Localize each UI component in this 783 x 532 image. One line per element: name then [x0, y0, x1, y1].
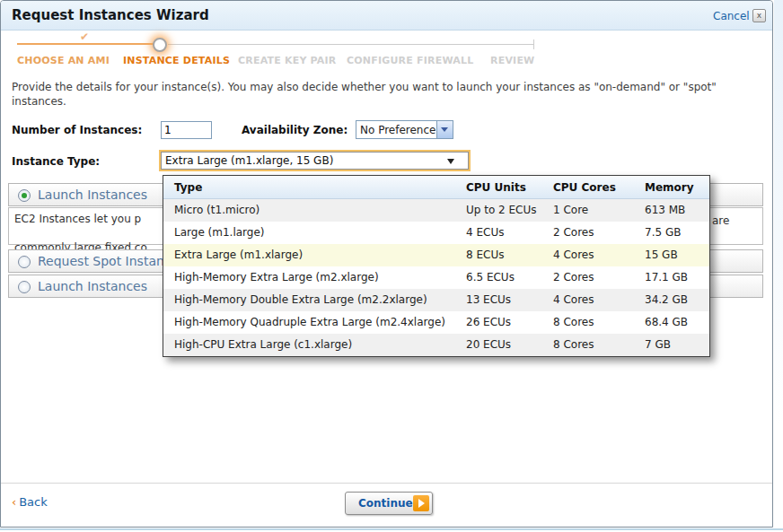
cell-cores: 4 Cores [553, 249, 594, 261]
cell-mem: 7 GB [645, 338, 671, 351]
cell-mem: 7.5 GB [645, 226, 681, 239]
cell-mem: 613 MB [645, 204, 685, 216]
footer-divider [1, 483, 773, 484]
section-launch-instances-label: Launch Instances [38, 188, 147, 202]
step-create-key-pair: CREATE KEY PAIR [238, 55, 337, 66]
cell-cores: 4 Cores [553, 293, 594, 306]
cell-cores: 2 Cores [553, 271, 594, 283]
cell-type: Extra Large (m1.xlarge) [174, 249, 303, 261]
radio-selected-icon[interactable] [18, 189, 31, 202]
instance-row[interactable]: Large (m1.large)4 ECUs2 Cores7.5 GB [163, 222, 709, 244]
instance-row[interactable]: High-Memory Double Extra Large (m2.2xlar… [163, 289, 709, 311]
instance-type-dropdown-panel: Type CPU Units CPU Cores Memory Micro (t… [163, 175, 710, 357]
close-icon[interactable]: x [752, 9, 766, 22]
cell-cores: 8 Cores [553, 316, 594, 328]
availability-zone-label: Availability Zone: [242, 124, 348, 136]
back-chevron-icon: ‹ [12, 495, 16, 509]
column-cpu-units: CPU Units [466, 181, 526, 194]
cell-mem: 15 GB [645, 249, 678, 261]
back-link[interactable]: ‹Back [12, 495, 48, 509]
instance-type-value: Extra Large (m1.xlarge, 15 GB) [165, 154, 333, 167]
cell-units: 20 ECUs [466, 338, 511, 351]
continue-button[interactable]: Continue [345, 492, 433, 515]
cell-type: Large (m1.large) [174, 226, 265, 239]
window-right-edge [774, 0, 783, 532]
cell-mem: 34.2 GB [645, 293, 688, 306]
cell-type: High-Memory Double Extra Large (m2.2xlar… [174, 293, 427, 306]
step-review: REVIEW [490, 55, 534, 66]
cell-type: High-Memory Extra Large (m2.xlarge) [174, 271, 379, 283]
column-cpu-cores: CPU Cores [553, 181, 616, 194]
description-line1: EC2 Instances let you p [14, 213, 141, 225]
column-memory: Memory [645, 181, 694, 194]
intro-text: Provide the details for your instance(s)… [12, 80, 768, 109]
step-configure-firewall: CONFIGURE FIREWALL [347, 55, 473, 66]
page-title: Request Instances Wizard [12, 7, 209, 23]
section-launch-instances-2-label: Launch Instances [38, 279, 147, 293]
step-instance-details: INSTANCE DETAILS [123, 55, 230, 66]
cell-units: 6.5 ECUs [466, 271, 515, 283]
cell-units: 8 ECUs [466, 249, 504, 261]
radio-unselected-icon[interactable] [18, 256, 31, 268]
back-label: Back [19, 495, 48, 509]
number-of-instances-label: Number of Instances: [12, 124, 142, 136]
cell-type: Micro (t1.micro) [174, 204, 260, 216]
instance-row[interactable]: High-Memory Quadruple Extra Large (m2.4x… [163, 311, 709, 334]
cell-cores: 2 Cores [553, 226, 594, 239]
progress-current-marker-icon [153, 38, 167, 52]
cell-mem: 17.1 GB [645, 271, 688, 283]
request-instances-wizard-dialog: Request Instances Wizard Cancel x ✔ CHOO… [0, 0, 773, 528]
description-right-fragment: are [712, 214, 729, 227]
cancel-link[interactable]: Cancel [713, 10, 750, 22]
cell-units: Up to 2 ECUs [466, 204, 537, 216]
step-done-check-icon: ✔ [80, 31, 89, 43]
instance-type-label: Instance Type: [12, 155, 100, 168]
combobox-arrow-icon [447, 159, 454, 168]
cell-type: High-CPU Extra Large (c1.xlarge) [174, 338, 352, 351]
number-of-instances-input[interactable] [161, 121, 212, 139]
cell-units: 4 ECUs [466, 226, 504, 239]
cell-cores: 8 Cores [553, 338, 594, 351]
continue-arrow-icon [413, 495, 429, 511]
cell-units: 26 ECUs [466, 316, 511, 328]
instance-table-rows: Micro (t1.micro)Up to 2 ECUs1 Core613 MB… [163, 199, 709, 356]
cell-units: 13 ECUs [466, 293, 511, 306]
progress-line-completed [17, 43, 154, 45]
progress-line-remaining [168, 44, 533, 45]
instance-row[interactable]: Micro (t1.micro)Up to 2 ECUs1 Core613 MB [163, 199, 709, 222]
availability-zone-value: No Preference [360, 124, 435, 136]
select-arrow-icon [436, 121, 453, 138]
cell-mem: 68.4 GB [645, 316, 688, 328]
instance-type-combobox[interactable]: Extra Large (m1.xlarge, 15 GB) [159, 150, 471, 171]
continue-label: Continue [358, 497, 413, 510]
column-type: Type [174, 181, 202, 194]
cell-cores: 1 Core [553, 204, 588, 216]
window-bottom-edge [0, 528, 783, 530]
radio-unselected-icon[interactable] [18, 281, 31, 293]
cell-type: High-Memory Quadruple Extra Large (m2.4x… [174, 316, 445, 328]
step-choose-an-ami: CHOOSE AN AMI [17, 55, 110, 66]
availability-zone-select[interactable]: No Preference [356, 120, 453, 139]
instance-table-header: Type CPU Units CPU Cores Memory [163, 176, 709, 199]
instance-row[interactable]: Extra Large (m1.xlarge)8 ECUs4 Cores15 G… [163, 244, 709, 266]
progress-end-tick [533, 39, 534, 49]
instance-row[interactable]: High-CPU Extra Large (c1.xlarge)20 ECUs8… [163, 334, 709, 356]
dialog-titlebar: Request Instances Wizard Cancel x [1, 1, 772, 31]
instance-row[interactable]: High-Memory Extra Large (m2.xlarge)6.5 E… [163, 266, 709, 289]
